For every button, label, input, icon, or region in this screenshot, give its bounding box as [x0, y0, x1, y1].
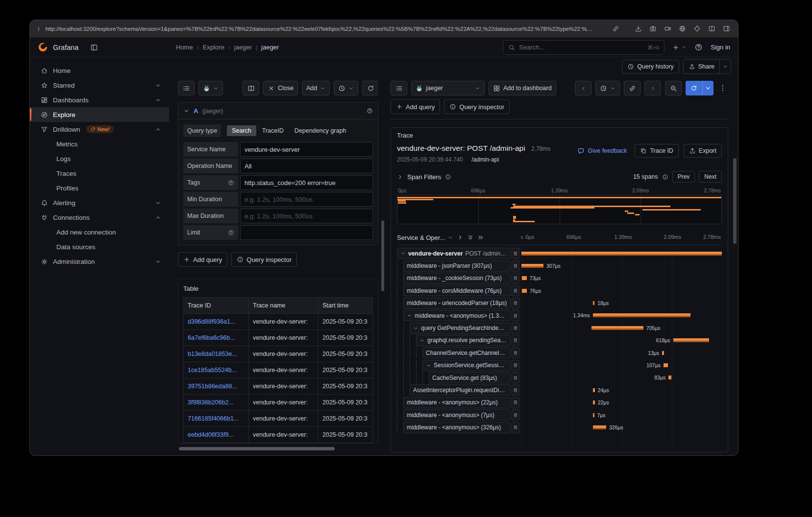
- span-row[interactable]: middleware - <anonymous> (1.34ms)1.34ms: [397, 309, 722, 322]
- time-picker-button[interactable]: [334, 81, 358, 95]
- input-min-duration[interactable]: [240, 192, 373, 207]
- breadcrumb-item-jaeger[interactable]: jaeger: [234, 44, 252, 51]
- span-log-icon[interactable]: [512, 422, 519, 433]
- span-bar[interactable]: [673, 338, 710, 342]
- refresh-interval-chevron[interactable]: [702, 81, 714, 95]
- span-toggle-icon[interactable]: [419, 338, 425, 343]
- datasource-picker-button[interactable]: [198, 81, 223, 95]
- span-toggle-icon[interactable]: [400, 251, 406, 256]
- query-history-button[interactable]: Query history: [622, 60, 679, 73]
- span-row[interactable]: ChannelService.getChannelFro...13μs: [397, 347, 722, 359]
- span-row[interactable]: CacheService.get (83μs)83μs: [397, 372, 722, 384]
- share-menu-chevron[interactable]: [719, 60, 731, 73]
- sidebar-item-home[interactable]: Home: [30, 63, 169, 78]
- add-query-button[interactable]: Add query: [178, 252, 227, 267]
- span-log-icon[interactable]: [512, 360, 519, 371]
- help-icon[interactable]: [694, 43, 703, 51]
- table-row[interactable]: 6a7ef6ba6c96b...vendure-dev-server:2025-…: [184, 330, 373, 346]
- span-name-cell[interactable]: middleware - urlencodedParser (18μs): [397, 298, 519, 309]
- column-resize-handle[interactable]: [519, 234, 524, 241]
- span-filters-toggle[interactable]: Span Filters: [397, 173, 451, 181]
- sidebar-item-data-sources[interactable]: Data sources: [30, 239, 169, 254]
- input-max-duration[interactable]: [240, 209, 373, 223]
- column-header-start-time[interactable]: Start time: [319, 298, 373, 314]
- new-menu-button[interactable]: [672, 44, 687, 51]
- globe-icon[interactable]: [679, 25, 686, 32]
- sidebar-item-profiles[interactable]: Profiles: [30, 181, 169, 195]
- table-row[interactable]: 3f9f836b206b2...vendure-dev-server:2025-…: [184, 395, 373, 411]
- pane-menu-button[interactable]: [717, 81, 728, 95]
- span-bar[interactable]: [593, 413, 594, 417]
- query-inspector-button[interactable]: Query inspector: [231, 252, 297, 267]
- time-shift-forward-button[interactable]: [644, 81, 661, 95]
- span-row[interactable]: middleware - _cookieSession (73μs)73μs: [397, 272, 722, 284]
- collapse-query-icon[interactable]: [183, 108, 190, 114]
- sidebar-item-explore[interactable]: Explore: [30, 107, 169, 122]
- span-log-icon[interactable]: [512, 260, 519, 272]
- span-row[interactable]: SessionService.getSessionFro...107μs: [397, 359, 722, 372]
- span-bar[interactable]: [521, 252, 722, 256]
- span-log-icon[interactable]: [512, 248, 519, 259]
- span-bar[interactable]: [591, 326, 643, 330]
- span-row[interactable]: vendure-dev-serverPOST /admin-api (2...: [397, 247, 722, 259]
- sidebar-item-dashboards[interactable]: Dashboards: [30, 93, 169, 107]
- tab-dependency-graph[interactable]: Dependency graph: [290, 125, 351, 136]
- column-header-trace-name[interactable]: Trace name: [249, 298, 319, 314]
- span-name-cell[interactable]: middleware - <anonymous> (1.34ms): [397, 310, 519, 321]
- page-info-icon[interactable]: i: [38, 25, 40, 33]
- input-service-name[interactable]: [240, 142, 373, 157]
- span-name-cell[interactable]: CacheService.get (83μs): [397, 372, 519, 383]
- span-log-icon[interactable]: [512, 347, 519, 358]
- sign-in-button[interactable]: Sign in: [711, 44, 730, 51]
- collapse-one-icon[interactable]: [457, 234, 464, 241]
- column-header-trace-id[interactable]: Trace ID: [184, 298, 249, 314]
- run-query-button[interactable]: [686, 81, 714, 95]
- span-bar[interactable]: [593, 313, 690, 317]
- breadcrumb-item-jaeger[interactable]: jaeger: [261, 44, 279, 51]
- datasource-picker-button[interactable]: jaeger: [411, 81, 485, 95]
- trace-id-link[interactable]: b13e8da01853e...: [184, 346, 249, 362]
- span-name-cell[interactable]: vendure-dev-serverPOST /admin-api (2...: [397, 248, 519, 259]
- breadcrumb-item-home[interactable]: Home: [176, 44, 193, 51]
- grafana-logo[interactable]: [38, 42, 48, 52]
- crosshair-icon[interactable]: [693, 25, 701, 32]
- span-bar[interactable]: [522, 289, 527, 293]
- sidebar-toggle-icon[interactable]: [723, 25, 730, 32]
- download-icon[interactable]: [635, 25, 642, 32]
- split-pane-button[interactable]: [243, 81, 259, 95]
- span-bar[interactable]: [593, 425, 606, 429]
- copy-link-icon[interactable]: [612, 25, 619, 32]
- sidebar-item-alerting[interactable]: Alerting: [30, 195, 169, 210]
- span-row[interactable]: AssetInterceptorPlugin.requestDidS...24μ…: [397, 384, 722, 396]
- trace-id-link[interactable]: d396d88f936a1...: [184, 314, 249, 330]
- span-name-cell[interactable]: middleware - corsMiddleware (76μs): [397, 285, 519, 296]
- span-log-icon[interactable]: [512, 397, 519, 408]
- span-row[interactable]: graphql.resolve pendingSearchIn...618μs: [397, 334, 722, 347]
- minimap[interactable]: [397, 195, 722, 224]
- span-row[interactable]: middleware - jsonParser (307μs)307μs: [397, 259, 722, 272]
- span-name-cell[interactable]: SessionService.getSessionFro...: [397, 360, 519, 371]
- sidebar-item-drilldown[interactable]: DrilldownNew!: [30, 122, 169, 137]
- span-bar[interactable]: [593, 388, 595, 392]
- table-row[interactable]: 1ce185ab5524b...vendure-dev-server:2025-…: [184, 362, 373, 378]
- tab-traceid[interactable]: TraceID: [257, 125, 289, 136]
- span-name-cell[interactable]: middleware - jsonParser (307μs): [397, 260, 519, 272]
- table-row[interactable]: 7166185f4066b1...vendure-dev-server:2025…: [184, 411, 373, 427]
- collapse-all-icon[interactable]: [477, 234, 484, 241]
- span-log-icon[interactable]: [512, 285, 519, 296]
- prev-span-button[interactable]: Prev: [672, 171, 695, 183]
- horizontal-scrollbar[interactable]: [179, 447, 335, 450]
- span-name-cell[interactable]: AssetInterceptorPlugin.requestDidS...: [397, 384, 519, 396]
- trace-id-link[interactable]: 39751b86eda88...: [184, 378, 249, 395]
- span-bar[interactable]: [668, 376, 671, 379]
- url-bar[interactable]: http://localhost:3200/explore?schemaVers…: [46, 26, 594, 32]
- span-bar[interactable]: [664, 363, 668, 367]
- trace-id-link[interactable]: 1ce185ab5524b...: [184, 362, 249, 378]
- query-rows-toggle-button[interactable]: [178, 81, 195, 95]
- span-row[interactable]: query GetPendingSearchIndexUpda...705μs: [397, 322, 722, 334]
- span-row[interactable]: middleware - urlencodedParser (18μs)18μs: [397, 297, 722, 309]
- sidebar-item-logs[interactable]: Logs: [30, 151, 169, 166]
- span-toggle-icon[interactable]: [413, 326, 418, 331]
- tab-search[interactable]: Search: [227, 125, 256, 136]
- trace-id-link[interactable]: 6a7ef6ba6c96b...: [184, 330, 249, 346]
